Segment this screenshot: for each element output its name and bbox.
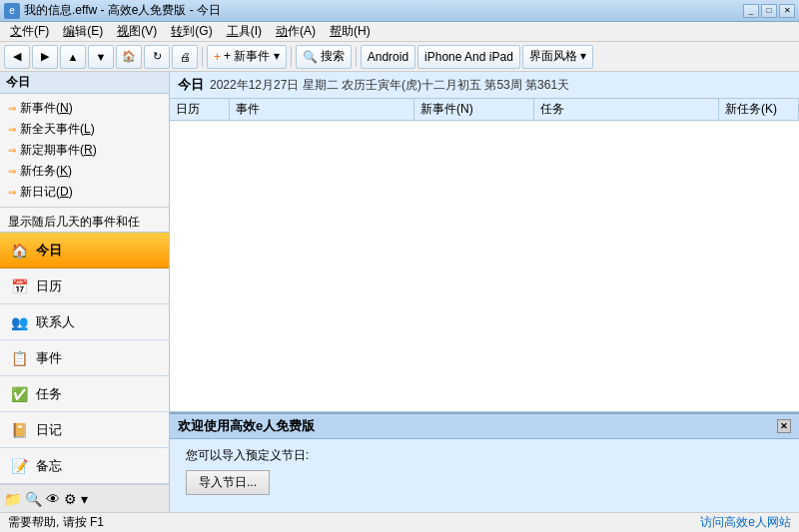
window-controls[interactable]: _ □ ✕ (743, 4, 795, 18)
nav-item-calendar[interactable]: 📅 日历 (0, 268, 169, 304)
action-new-diary-label: 新日记(D) (20, 184, 73, 201)
main-layout: 今日 ⇒ 新事件(N) ⇒ 新全天事件(L) ⇒ 新定期事件(R) ⇒ 新任务(… (0, 72, 799, 512)
website-link[interactable]: 访问高效e人网站 (700, 514, 791, 531)
down-icon: ▼ (93, 49, 109, 65)
bottom-icon-2[interactable]: 🔍 (25, 491, 42, 507)
toolbar-btn-2[interactable]: ▶ (32, 45, 58, 69)
today-icon: 🏠 (8, 240, 30, 262)
arrow-icon-3: ⇒ (8, 145, 16, 156)
toolbar-btn-4[interactable]: ▼ (88, 45, 114, 69)
sidebar-today-content: ⇒ 新事件(N) ⇒ 新全天事件(L) ⇒ 新定期事件(R) ⇒ 新任务(K) … (0, 94, 169, 233)
import-holiday-button[interactable]: 导入节日... (186, 470, 270, 495)
status-bar: 需要帮助, 请按 F1 访问高效e人网站 (0, 512, 799, 532)
home-icon: 🏠 (121, 49, 137, 65)
bottom-icon-4[interactable]: ⚙ (64, 491, 77, 507)
nav-forward-icon: ▶ (37, 49, 53, 65)
table-header: 日历 事件 新事件(N) 任务 新任务(K) (170, 99, 799, 121)
action-new-allday[interactable]: ⇒ 新全天事件(L) (0, 119, 169, 140)
col-header-new-event[interactable]: 新事件(N) (414, 99, 534, 120)
status-help-text: 需要帮助, 请按 F1 (8, 514, 104, 531)
col-header-new-task[interactable]: 新任务(K) (719, 99, 799, 120)
menu-action[interactable]: 动作(A) (270, 22, 322, 41)
menu-tools[interactable]: 工具(I) (221, 22, 268, 41)
tasks-icon: ✅ (8, 383, 30, 405)
sidebar-top: 今日 ⇒ 新事件(N) ⇒ 新全天事件(L) ⇒ 新定期事件(R) ⇒ 新任务(… (0, 72, 169, 233)
title-bar: e 我的信息.effw - 高效e人免费版 - 今日 _ □ ✕ (0, 0, 799, 22)
toolbar-btn-7[interactable]: 🖨 (172, 45, 198, 69)
sidebar-today-label: 今日 (0, 72, 169, 94)
action-new-task[interactable]: ⇒ 新任务(K) (0, 161, 169, 182)
menu-edit[interactable]: 编辑(E) (57, 22, 109, 41)
menu-goto[interactable]: 转到(G) (165, 22, 218, 41)
nav-item-memo[interactable]: 📝 备忘 (0, 448, 169, 484)
action-new-event-label: 新事件(N) (20, 100, 73, 117)
welcome-close-button[interactable]: ✕ (777, 419, 791, 433)
arrow-icon-2: ⇒ (8, 124, 16, 135)
col-header-task: 任务 (534, 99, 719, 120)
nav-diary-label: 日记 (36, 421, 62, 439)
refresh-icon: ↻ (149, 49, 165, 65)
action-new-diary[interactable]: ⇒ 新日记(D) (0, 182, 169, 203)
contacts-icon: 👥 (8, 311, 30, 333)
welcome-panel: 欢迎使用高效e人免费版 ✕ 您可以导入预定义节日: 导入节日... (170, 412, 799, 512)
welcome-title: 欢迎使用高效e人免费版 (178, 417, 315, 435)
arrow-icon-1: ⇒ (8, 103, 16, 114)
toolbar-btn-1[interactable]: ◀ (4, 45, 30, 69)
toolbar: ◀ ▶ ▲ ▼ 🏠 ↻ 🖨 + + 新事件 ▾ 🔍 搜索 Android iPh… (0, 42, 799, 72)
show-days-label: 显示随后几天的事件和任务？(S) (8, 215, 140, 233)
events-icon: 📋 (8, 347, 30, 369)
iphone-ipad-button[interactable]: iPhone And iPad (417, 45, 520, 69)
event-table: 日历 事件 新事件(N) 任务 新任务(K) (170, 99, 799, 412)
toolbar-btn-3[interactable]: ▲ (60, 45, 86, 69)
nav-memo-label: 备忘 (36, 457, 62, 475)
arrow-icon-4: ⇒ (8, 166, 16, 177)
action-new-allday-label: 新全天事件(L) (20, 121, 95, 138)
action-new-task-label: 新任务(K) (20, 163, 72, 180)
bottom-icon-3[interactable]: 👁 (46, 491, 60, 507)
iphone-ipad-label: iPhone And iPad (424, 50, 513, 64)
new-event-button[interactable]: + + 新事件 ▾ (207, 45, 287, 69)
bottom-icon-5[interactable]: ▾ (81, 491, 88, 507)
nav-events-label: 事件 (36, 349, 62, 367)
bottom-icon-1[interactable]: 📁 (4, 491, 21, 507)
search-button[interactable]: 🔍 搜索 (296, 45, 352, 69)
table-body (170, 121, 799, 411)
nav-item-events[interactable]: 📋 事件 (0, 340, 169, 376)
action-new-recurring[interactable]: ⇒ 新定期事件(R) (0, 140, 169, 161)
toolbar-separator-2 (291, 47, 292, 67)
nav-item-tasks[interactable]: ✅ 任务 (0, 376, 169, 412)
interface-button[interactable]: 界面风格 ▾ (522, 45, 593, 69)
android-label: Android (368, 50, 408, 64)
nav-calendar-label: 日历 (36, 277, 62, 295)
nav-item-contacts[interactable]: 👥 联系人 (0, 304, 169, 340)
arrow-icon-5: ⇒ (8, 187, 16, 198)
calendar-icon: 📅 (8, 275, 30, 297)
menu-bar: 文件(F) 编辑(E) 视图(V) 转到(G) 工具(I) 动作(A) 帮助(H… (0, 22, 799, 42)
col-header-event: 事件 (230, 99, 414, 120)
welcome-content: 您可以导入预定义节日: 导入节日... (170, 439, 799, 503)
col-header-calendar: 日历 (170, 99, 230, 120)
minimize-button[interactable]: _ (743, 4, 759, 18)
nav-today-label: 今日 (36, 242, 62, 260)
close-button[interactable]: ✕ (779, 4, 795, 18)
print-icon: 🖨 (177, 49, 193, 65)
search-icon: 🔍 (303, 50, 318, 64)
menu-file[interactable]: 文件(F) (4, 22, 55, 41)
toolbar-btn-5[interactable]: 🏠 (116, 45, 142, 69)
sidebar-divider-1 (0, 207, 169, 208)
android-button[interactable]: Android (361, 45, 415, 69)
nav-item-today[interactable]: 🏠 今日 (0, 233, 169, 268)
memo-icon: 📝 (8, 455, 30, 477)
nav-item-diary[interactable]: 📔 日记 (0, 412, 169, 448)
maximize-button[interactable]: □ (761, 4, 777, 18)
action-new-event[interactable]: ⇒ 新事件(N) (0, 98, 169, 119)
content-header: 今日 2022年12月27日 星期二 农历壬寅年(虎)十二月初五 第53周 第3… (170, 72, 799, 99)
toolbar-btn-6[interactable]: ↻ (144, 45, 170, 69)
nav-back-icon: ◀ (9, 49, 25, 65)
show-days-option: 显示随后几天的事件和任务？(S) (0, 212, 169, 233)
toolbar-separator-3 (356, 47, 357, 67)
menu-view[interactable]: 视图(V) (111, 22, 163, 41)
content-date: 2022年12月27日 星期二 农历壬寅年(虎)十二月初五 第53周 第361天 (210, 77, 569, 94)
menu-help[interactable]: 帮助(H) (324, 22, 377, 41)
sidebar-bottom-toolbar: 📁 🔍 👁 ⚙ ▾ (0, 484, 169, 512)
